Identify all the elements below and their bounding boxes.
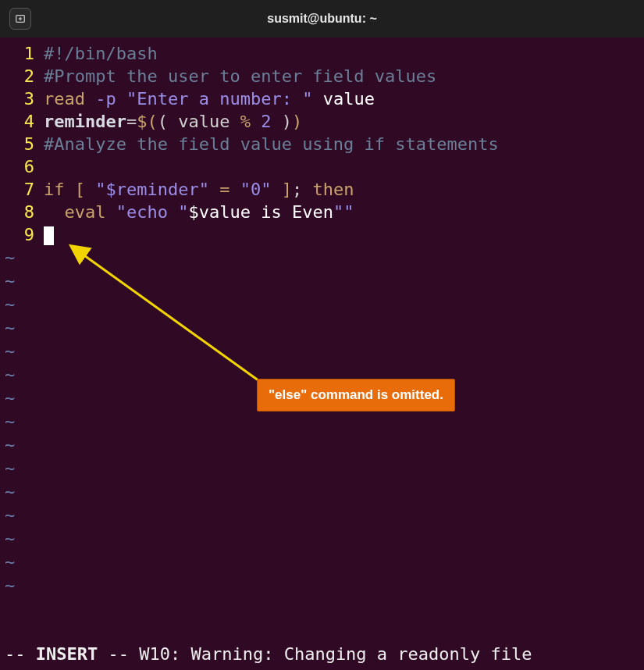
window-title: susmit@ubuntu: ~ (267, 12, 376, 26)
code-content[interactable]: #!/bin/bash (44, 42, 644, 65)
line-number: 9 (0, 223, 44, 246)
empty-line-tilde: ~ (0, 433, 644, 457)
code-content[interactable]: eval "echo "$value is Even"" (44, 201, 644, 223)
new-tab-icon (15, 13, 26, 24)
empty-line-tilde: ~ (0, 551, 644, 574)
code-content[interactable]: if [ "$reminder" = "0" ]; then (44, 178, 644, 201)
empty-line-tilde: ~ (0, 527, 644, 551)
mode-indicator: INSERT (36, 644, 98, 664)
status-warning: W10: Warning: Changing a readonly file (139, 644, 532, 664)
line-number: 1 (0, 42, 44, 65)
cursor (44, 226, 54, 245)
annotation-text: "else" command is omitted. (269, 387, 443, 402)
line-number: 4 (0, 110, 44, 133)
titlebar: susmit@ubuntu: ~ (0, 0, 644, 37)
code-line[interactable]: 2#Prompt the user to enter field values (0, 65, 644, 87)
line-number: 2 (0, 65, 44, 87)
code-content[interactable] (44, 223, 644, 246)
empty-line-tilde: ~ (0, 504, 644, 527)
empty-line-tilde: ~ (0, 269, 644, 293)
empty-line-tilde: ~ (0, 316, 644, 340)
code-content[interactable]: #Analyze the field value using if statem… (44, 133, 644, 155)
line-number: 5 (0, 133, 44, 155)
code-line[interactable]: 9 (0, 223, 644, 246)
code-line[interactable]: 3read -p "Enter a number: " value (0, 87, 644, 110)
new-tab-button[interactable] (9, 8, 31, 30)
empty-line-tilde: ~ (0, 340, 644, 363)
editor-area[interactable]: 1#!/bin/bash2#Prompt the user to enter f… (0, 37, 644, 597)
status-suffix: -- (98, 644, 139, 664)
line-number: 7 (0, 178, 44, 201)
line-number: 6 (0, 155, 44, 178)
code-line[interactable]: 8 eval "echo "$value is Even"" (0, 201, 644, 223)
code-line[interactable]: 5#Analyze the field value using if state… (0, 133, 644, 155)
empty-line-tilde: ~ (0, 457, 644, 480)
code-content[interactable]: #Prompt the user to enter field values (44, 65, 644, 87)
code-content[interactable]: read -p "Enter a number: " value (44, 87, 644, 110)
code-content[interactable]: reminder=$(( value % 2 )) (44, 110, 644, 133)
line-number: 3 (0, 87, 44, 110)
code-content[interactable] (44, 155, 644, 178)
empty-line-tilde: ~ (0, 410, 644, 433)
status-line: -- INSERT -- W10: Warning: Changing a re… (5, 644, 639, 664)
empty-line-tilde: ~ (0, 480, 644, 504)
empty-line-tilde: ~ (0, 246, 644, 269)
code-line[interactable]: 1#!/bin/bash (0, 42, 644, 65)
empty-line-tilde: ~ (0, 574, 644, 597)
line-number: 8 (0, 201, 44, 223)
status-prefix: -- (5, 644, 36, 664)
annotation-callout: "else" command is omitted. (257, 379, 455, 412)
code-line[interactable]: 7if [ "$reminder" = "0" ]; then (0, 178, 644, 201)
empty-line-tilde: ~ (0, 293, 644, 316)
code-line[interactable]: 6 (0, 155, 644, 178)
code-line[interactable]: 4reminder=$(( value % 2 )) (0, 110, 644, 133)
